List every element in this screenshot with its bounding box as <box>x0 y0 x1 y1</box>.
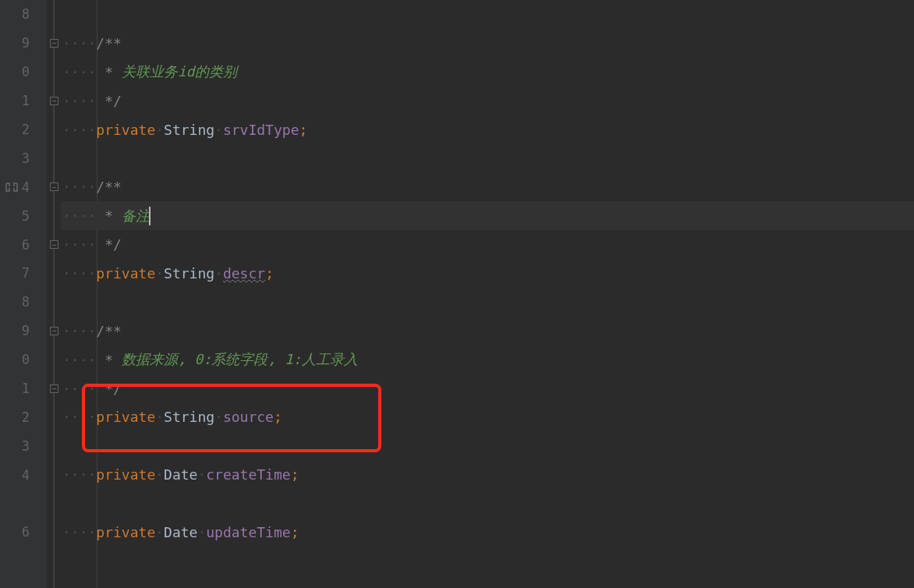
fold-toggle-icon[interactable] <box>50 182 58 191</box>
line-number[interactable]: 0 <box>0 58 47 87</box>
line-number[interactable]: 6 <box>0 230 47 259</box>
code-line[interactable] <box>61 0 914 29</box>
code-line[interactable]: ····private·String·source; <box>61 402 914 431</box>
line-number[interactable]: 2 <box>0 402 47 431</box>
line-number[interactable]: 7 <box>0 259 47 288</box>
bookmark-icon[interactable] <box>5 182 19 193</box>
line-number[interactable]: 2 <box>0 115 47 144</box>
code-line[interactable]: ····/** <box>61 29 914 58</box>
text-caret <box>149 207 151 225</box>
line-number[interactable]: 5 <box>0 201 47 230</box>
line-number[interactable]: 3 <box>0 431 47 460</box>
line-number[interactable] <box>0 547 47 576</box>
code-line[interactable]: ····private·Date·createTime; <box>61 460 914 489</box>
code-line[interactable] <box>61 547 914 576</box>
code-text-area[interactable]: ····/** ···· * 关联业务id的类别 ···· */ ····pri… <box>61 0 914 588</box>
line-number[interactable]: 1 <box>0 374 47 403</box>
fold-toggle-icon[interactable] <box>50 384 58 393</box>
fold-toggle-icon[interactable] <box>50 39 58 48</box>
line-number[interactable]: 3 <box>0 143 47 172</box>
code-line-current[interactable]: ···· * 备注 <box>61 201 914 230</box>
code-line[interactable]: ···· */ <box>61 230 914 259</box>
line-number[interactable]: 8 <box>0 288 47 317</box>
code-line[interactable]: ···· */ <box>61 87 914 115</box>
code-editor: 8 9 0 1 2 3 4 5 6 7 8 9 0 1 2 3 4 6 <box>0 0 914 588</box>
code-line[interactable]: ····/** <box>61 172 914 201</box>
code-line[interactable]: ····private·String·descr; <box>61 259 914 288</box>
fold-column <box>47 0 61 588</box>
line-number[interactable]: 4 <box>0 172 47 201</box>
line-number[interactable]: 9 <box>0 29 47 58</box>
code-line[interactable]: ····/** <box>61 317 914 345</box>
code-line[interactable]: ····private·Date·updateTime; <box>61 518 914 547</box>
fold-toggle-icon[interactable] <box>50 240 58 249</box>
code-line[interactable] <box>61 143 914 172</box>
line-number[interactable]: 8 <box>0 0 47 29</box>
fold-toggle-icon[interactable] <box>50 327 58 335</box>
code-line[interactable] <box>61 489 914 518</box>
line-number[interactable]: 0 <box>0 345 47 374</box>
line-number[interactable]: 9 <box>0 317 47 345</box>
code-line[interactable] <box>61 288 914 317</box>
code-line[interactable] <box>61 431 914 460</box>
line-number[interactable]: 6 <box>0 518 47 547</box>
line-number[interactable]: 1 <box>0 87 47 115</box>
line-number[interactable]: 4 <box>0 460 47 489</box>
code-line[interactable]: ···· * 关联业务id的类别 <box>61 58 914 87</box>
line-number[interactable] <box>0 489 47 518</box>
line-number-gutter: 8 9 0 1 2 3 4 5 6 7 8 9 0 1 2 3 4 6 <box>0 0 47 588</box>
code-line[interactable]: ···· * 数据来源, 0:系统字段, 1:人工录入 <box>61 345 914 374</box>
code-line[interactable]: ····private·String·srvIdType; <box>61 115 914 144</box>
code-line[interactable]: ···· */ <box>61 374 914 403</box>
fold-toggle-icon[interactable] <box>50 97 58 105</box>
